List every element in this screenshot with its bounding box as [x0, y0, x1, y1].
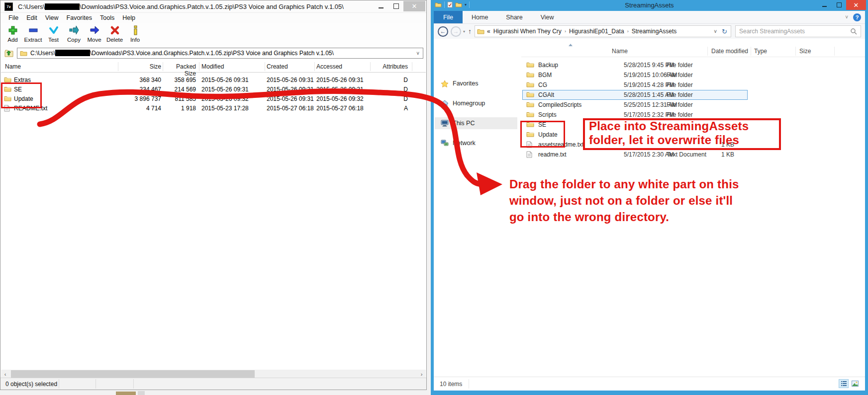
annotation-drag-note: Drag the folder to any white part on thi…: [509, 176, 739, 225]
breadcrumb-item[interactable]: Higurashi When They Cry: [493, 28, 562, 35]
column-header-accessed[interactable]: Accessed: [316, 63, 342, 70]
folder-icon: [526, 81, 534, 87]
explorer-address-row: ← → ▾ ↑ « Higurashi When They Cry › Higu…: [434, 24, 865, 39]
details-view-button[interactable]: [839, 379, 849, 388]
menu-item-tools[interactable]: Tools: [96, 13, 118, 22]
menu-item-favorites[interactable]: Favorites: [63, 13, 96, 22]
minimize-button[interactable]: [817, 0, 832, 10]
cell: readme.txt: [538, 151, 567, 158]
back-button[interactable]: ←: [438, 26, 448, 37]
cell: 1 918: [163, 105, 196, 112]
minimize-icon: [822, 3, 827, 7]
recent-locations-icon[interactable]: ▾: [463, 29, 465, 34]
table-row[interactable]: CG5/19/2015 4:28 PMFile folder: [434, 80, 865, 90]
table-row[interactable]: README.txt4 7141 9182015-05-23 17:282015…: [1, 103, 426, 113]
refresh-icon[interactable]: ↻: [720, 28, 729, 35]
column-header-name[interactable]: Name: [612, 48, 628, 55]
tab-home[interactable]: Home: [463, 11, 497, 23]
explorer-titlebar[interactable]: ▾ StreamingAssets ✕: [431, 0, 868, 11]
table-row[interactable]: SE234 467214 5692015-05-26 09:312015-05-…: [1, 84, 426, 94]
cell: 2015-05-26 09:31: [267, 86, 314, 93]
search-icon[interactable]: [850, 28, 857, 35]
table-row[interactable]: CompiledScripts5/25/2015 12:31 AMFile fo…: [434, 100, 865, 110]
info-button[interactable]: Info: [125, 23, 145, 43]
column-header-type[interactable]: Type: [754, 48, 767, 55]
tab-view[interactable]: View: [532, 11, 563, 23]
close-button[interactable]: ✕: [846, 0, 866, 10]
7zip-address-text: C:\Users\\Downloads\PS3.Voice.and.Graphi…: [30, 50, 412, 57]
up-level-button[interactable]: [3, 48, 15, 59]
column-header-size[interactable]: Size: [115, 63, 161, 70]
help-icon[interactable]: ?: [853, 13, 861, 21]
table-row[interactable]: readme.txt5/17/2015 2:30 AMText Document…: [434, 150, 865, 159]
table-row[interactable]: Update3 896 737811 5852015-05-26 09:3220…: [1, 94, 426, 103]
column-header-created[interactable]: Created: [267, 63, 288, 70]
cell: 2015-05-27 06:18: [316, 105, 364, 112]
maximize-button[interactable]: [388, 1, 403, 11]
7zip-titlebar[interactable]: 7z C:\Users\\Downloads\PS3.Voice.and.Gra…: [0, 0, 426, 13]
menu-item-edit[interactable]: Edit: [22, 13, 41, 22]
breadcrumb-item[interactable]: HigurashiEp01_Data: [569, 28, 624, 35]
copy-icon: [69, 24, 80, 36]
folder-icon: [4, 77, 11, 82]
cell: 2015-05-23 17:28: [201, 105, 249, 112]
expand-ribbon-icon[interactable]: ˅: [845, 14, 848, 20]
cell: File folder: [667, 72, 693, 79]
horizontal-scrollbar[interactable]: ‹ ›: [1, 370, 426, 378]
menu-item-file[interactable]: File: [4, 13, 22, 22]
cell: File folder: [667, 101, 693, 108]
info-icon: [130, 24, 141, 36]
scroll-right-icon[interactable]: ›: [417, 370, 426, 378]
table-row[interactable]: CGAlt5/28/2015 1:45 AMFile folder: [522, 90, 748, 100]
chevron-down-icon[interactable]: ˅: [415, 51, 420, 56]
table-row[interactable]: Extras368 340358 6952015-05-26 09:312015…: [1, 75, 426, 84]
7zip-window-title: C:\Users\\Downloads\PS3.Voice.and.Graphi…: [18, 3, 344, 10]
extract-button[interactable]: Extract: [23, 23, 43, 43]
up-button[interactable]: ↑: [468, 27, 472, 35]
tab-file[interactable]: File: [434, 11, 463, 23]
censored-username: [45, 3, 80, 10]
cell: 2015-05-26 09:32: [201, 95, 249, 102]
menu-item-help[interactable]: Help: [118, 13, 139, 22]
minimize-icon: [379, 4, 384, 8]
column-header-modified[interactable]: Modified: [201, 63, 224, 70]
test-icon: [48, 24, 59, 36]
copy-button[interactable]: Copy: [64, 23, 84, 43]
cell: File folder: [667, 91, 693, 98]
maximize-button[interactable]: [832, 0, 846, 10]
cell: File folder: [667, 111, 693, 118]
cell: 234 467: [115, 86, 161, 93]
close-button[interactable]: ✕: [403, 1, 425, 11]
7zip-menubar: FileEditViewFavoritesToolsHelp: [0, 13, 426, 23]
cell: 2015-05-26 09:31: [267, 77, 314, 83]
add-button[interactable]: Add: [2, 23, 23, 43]
test-button[interactable]: Test: [43, 23, 64, 43]
address-dropdown-icon[interactable]: ˅: [713, 29, 718, 34]
column-header-attributes[interactable]: Attributes: [374, 63, 408, 70]
thumbnail-view-button[interactable]: [850, 379, 860, 388]
table-row[interactable]: BGM5/19/2015 10:06 AMFile folder: [434, 70, 865, 80]
explorer-address-bar[interactable]: « Higurashi When They Cry › HigurashiEp0…: [475, 25, 731, 37]
cell: 214 569: [163, 86, 196, 93]
scrollbar-thumb[interactable]: [11, 370, 255, 378]
delete-button[interactable]: Delete: [104, 23, 125, 43]
table-row[interactable]: Backup5/28/2015 9:45 PMFile folder: [434, 60, 865, 70]
column-header-date-modified[interactable]: Date modified: [711, 48, 748, 55]
column-header-size[interactable]: Size: [799, 48, 811, 55]
minimize-button[interactable]: [374, 1, 388, 11]
maximize-icon: [393, 3, 399, 9]
7zip-status-bar: 0 object(s) selected: [0, 378, 426, 390]
background-artifact: [116, 392, 136, 395]
breadcrumb-overflow-icon[interactable]: «: [487, 28, 490, 35]
menu-item-view[interactable]: View: [41, 13, 63, 22]
7zip-address-bar[interactable]: C:\Users\\Downloads\PS3.Voice.and.Graphi…: [17, 48, 423, 59]
search-input[interactable]: Search StreamingAssets: [735, 25, 861, 37]
column-header-name[interactable]: Name: [5, 63, 21, 70]
scroll-left-icon[interactable]: ‹: [1, 370, 9, 378]
forward-button[interactable]: →: [451, 26, 461, 37]
move-button[interactable]: Move: [84, 23, 104, 43]
folder-icon: [526, 101, 534, 107]
breadcrumb-item[interactable]: StreamingAssets: [632, 28, 677, 35]
tab-share[interactable]: Share: [497, 11, 531, 23]
annotation-box-zip-se-update: [1, 82, 42, 108]
